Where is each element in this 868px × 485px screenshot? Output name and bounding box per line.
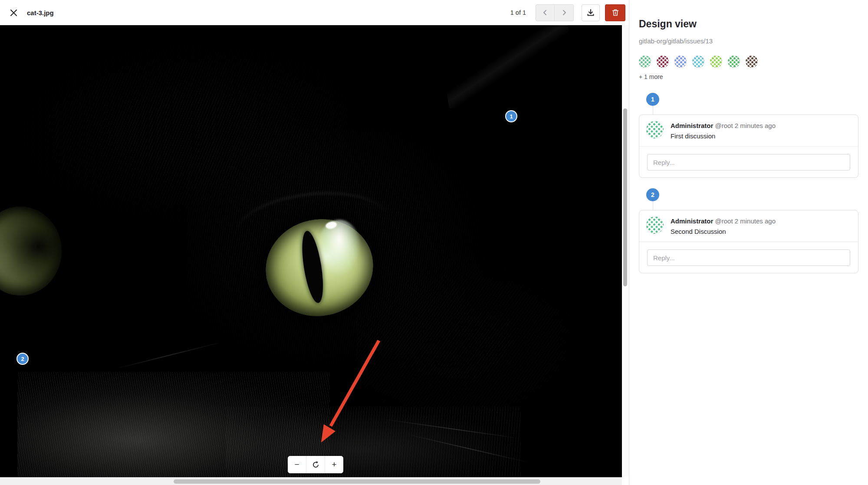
comment-author: Administrator	[671, 122, 713, 129]
cat-ear	[438, 25, 578, 108]
fur-texture	[226, 407, 521, 477]
sidebar-title: Design view	[639, 18, 858, 30]
pagination-counter: 1 of 1	[510, 9, 526, 16]
design-filename: cat-3.jpg	[27, 9, 54, 16]
pin-label: 2	[21, 356, 24, 362]
comment-author-avatar	[646, 121, 664, 138]
zoom-out-button[interactable]: −	[288, 456, 306, 473]
chevron-left-icon	[542, 9, 549, 16]
pin-label: 1	[510, 113, 513, 120]
design-pin-2[interactable]: 2	[16, 353, 29, 365]
breadcrumb: gitlab-org/gitlab/issues/13	[639, 37, 858, 45]
participant-avatar[interactable]	[692, 56, 704, 68]
design-image-stage[interactable]: 1 2 − +	[0, 25, 622, 477]
discussion-connector	[653, 201, 653, 210]
vertical-scrollbar-thumb[interactable]	[623, 108, 627, 286]
previous-design-button[interactable]	[536, 4, 555, 21]
participant-avatar[interactable]	[639, 56, 651, 68]
topbar-actions: 1 of 1	[510, 4, 625, 21]
design-management-view: cat-3.jpg 1 of 1	[0, 0, 868, 485]
participant-avatar[interactable]	[674, 56, 687, 68]
comment: Administrator @root 2 minutes ago Second…	[639, 210, 858, 242]
fur-texture	[356, 251, 599, 433]
horizontal-scrollbar-thumb[interactable]	[174, 479, 540, 484]
participant-avatar[interactable]	[657, 56, 669, 68]
rotate-button[interactable]	[306, 456, 325, 473]
discussion-badge-1[interactable]: 1	[646, 93, 659, 106]
horizontal-scrollbar[interactable]	[0, 477, 622, 485]
more-participants-link[interactable]: + 1 more	[639, 73, 858, 80]
comment-body: Second Discussion	[671, 227, 776, 236]
comment-body: First discussion	[671, 131, 776, 141]
design-sidebar: Design view gitlab-org/gitlab/issues/13 …	[629, 0, 868, 485]
chevron-right-icon	[561, 9, 568, 16]
eye-highlight	[318, 220, 361, 276]
download-button[interactable]	[582, 4, 600, 21]
comment-meta: @root 2 minutes ago	[715, 122, 776, 129]
discussion-connector	[653, 106, 653, 115]
comment-meta: @root 2 minutes ago	[715, 217, 776, 225]
participants-row	[639, 56, 858, 68]
close-button[interactable]	[6, 5, 21, 20]
participant-avatar[interactable]	[746, 56, 758, 68]
download-icon	[587, 9, 595, 16]
next-design-button[interactable]	[555, 4, 574, 21]
cat-photo	[0, 25, 622, 477]
zoom-toolbar: − +	[288, 456, 343, 473]
comment-author-avatar	[646, 216, 664, 234]
discussion-card: Administrator @root 2 minutes ago Second…	[639, 210, 858, 273]
discussion-badge-2[interactable]: 2	[646, 188, 659, 201]
comment: Administrator @root 2 minutes ago First …	[639, 115, 858, 146]
reply-input[interactable]	[647, 154, 850, 170]
comment-author: Administrator	[671, 217, 713, 225]
participant-avatar[interactable]	[710, 56, 722, 68]
reply-input[interactable]	[647, 249, 850, 266]
participant-avatar[interactable]	[728, 56, 740, 68]
close-icon	[10, 9, 17, 16]
topbar: cat-3.jpg 1 of 1	[0, 0, 629, 25]
reply-zone	[639, 242, 858, 273]
discussion-thread-2: 2 Administrator @root 2 minutes ago Seco…	[639, 188, 858, 273]
design-pager	[536, 4, 574, 21]
zoom-in-button[interactable]: +	[325, 456, 343, 473]
discussion-card: Administrator @root 2 minutes ago First …	[639, 115, 858, 178]
discussion-thread-1: 1 Administrator @root 2 minutes ago Firs…	[639, 93, 858, 178]
trash-icon	[612, 9, 619, 16]
design-pin-1[interactable]: 1	[505, 110, 517, 122]
vertical-scrollbar[interactable]	[622, 25, 629, 477]
delete-design-button[interactable]	[605, 4, 625, 21]
rotate-counterclockwise-icon	[312, 461, 320, 469]
reply-zone	[639, 146, 858, 177]
